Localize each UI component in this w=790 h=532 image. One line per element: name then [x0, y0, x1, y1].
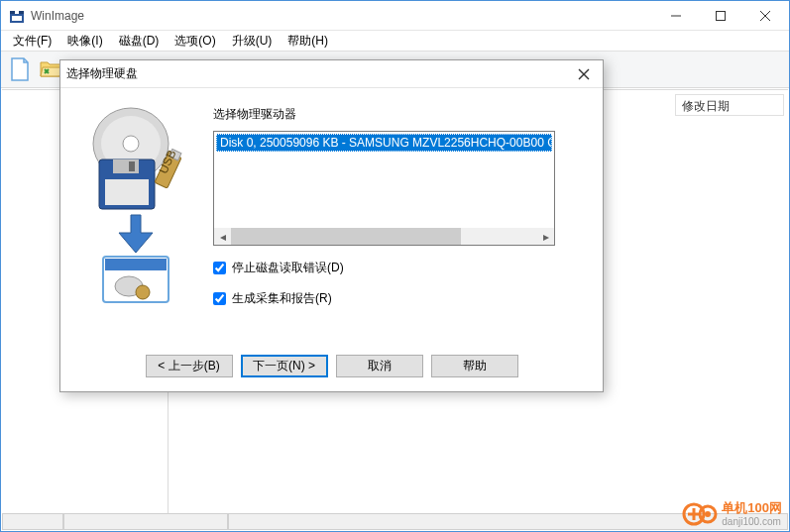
svg-rect-16	[105, 179, 149, 205]
svg-rect-5	[716, 11, 725, 20]
menu-options[interactable]: 选项(O)	[167, 31, 223, 52]
gen-report-checkbox[interactable]	[213, 292, 226, 305]
dialog-right: 选择物理驱动器 Disk 0, 250059096 KB - SAMSUNG M…	[213, 106, 587, 307]
watermark-line1: 单机100网	[722, 501, 782, 515]
svg-point-12	[123, 136, 139, 152]
maximize-button[interactable]	[698, 1, 742, 30]
scroll-track[interactable]	[231, 228, 537, 245]
dialog-button-row: < 上一步(B) 下一页(N) > 取消 帮助	[60, 355, 603, 377]
close-button[interactable]	[742, 1, 787, 30]
select-disk-dialog: 选择物理硬盘 USB	[59, 59, 604, 392]
dialog-illustration: USB	[76, 106, 195, 307]
stop-errors-label: 停止磁盘读取错误(D)	[232, 260, 344, 276]
window-buttons	[653, 1, 787, 30]
cancel-button[interactable]: 取消	[336, 355, 423, 377]
menu-image[interactable]: 映像(I)	[59, 31, 110, 52]
minimize-button[interactable]	[653, 1, 698, 30]
gen-report-checkbox-row[interactable]: 生成采集和报告(R)	[213, 290, 587, 307]
menu-help[interactable]: 帮助(H)	[280, 31, 336, 52]
window-title: WinImage	[31, 9, 653, 23]
svg-point-28	[705, 511, 711, 517]
status-seg-2	[63, 513, 228, 530]
statusbar	[2, 513, 788, 530]
column-header-moddate[interactable]: 修改日期	[675, 94, 784, 116]
stop-errors-checkbox-row[interactable]: 停止磁盘读取错误(D)	[213, 260, 587, 276]
svg-rect-2	[12, 16, 22, 21]
drive-list-label: 选择物理驱动器	[213, 106, 587, 123]
watermark: 单机100网 danji100.com	[682, 500, 782, 528]
drive-listbox[interactable]: Disk 0, 250059096 KB - SAMSUNG MZVL2256H…	[213, 131, 555, 246]
watermark-line2: danji100.com	[722, 516, 782, 527]
new-document-icon[interactable]	[5, 54, 35, 84]
help-button[interactable]: 帮助	[431, 355, 518, 377]
listbox-hscrollbar[interactable]: ◂ ▸	[214, 228, 554, 245]
menu-upgrade[interactable]: 升级(U)	[224, 31, 281, 52]
scroll-right-arrow[interactable]: ▸	[537, 228, 554, 245]
back-button[interactable]: < 上一步(B)	[146, 355, 233, 377]
svg-point-23	[136, 285, 150, 299]
svg-rect-15	[129, 161, 135, 171]
scroll-thumb[interactable]	[231, 228, 461, 245]
scroll-left-arrow[interactable]: ◂	[214, 228, 231, 245]
status-seg-1	[2, 513, 63, 530]
svg-rect-3	[15, 11, 19, 14]
menu-disk[interactable]: 磁盘(D)	[111, 31, 168, 52]
watermark-logo-icon	[682, 500, 718, 528]
svg-rect-21	[105, 259, 167, 270]
svg-rect-14	[113, 160, 139, 173]
menu-file[interactable]: 文件(F)	[5, 31, 59, 52]
dialog-body: USB 选择物理驱动器 Disk 0, 250059096 KB - SAMSU…	[60, 88, 603, 317]
gen-report-label: 生成采集和报告(R)	[232, 290, 332, 307]
drive-list-item[interactable]: Disk 0, 250059096 KB - SAMSUNG MZVL2256H…	[216, 134, 552, 152]
dialog-title: 选择物理硬盘	[66, 65, 571, 82]
titlebar: WinImage	[1, 1, 789, 31]
disk-wizard-icon: USB	[81, 106, 190, 304]
dialog-close-button[interactable]	[571, 63, 597, 85]
next-button[interactable]: 下一页(N) >	[241, 355, 328, 377]
app-icon	[9, 8, 25, 24]
dialog-titlebar: 选择物理硬盘	[60, 60, 603, 88]
menubar: 文件(F) 映像(I) 磁盘(D) 选项(O) 升级(U) 帮助(H)	[1, 31, 789, 51]
stop-errors-checkbox[interactable]	[213, 262, 226, 274]
